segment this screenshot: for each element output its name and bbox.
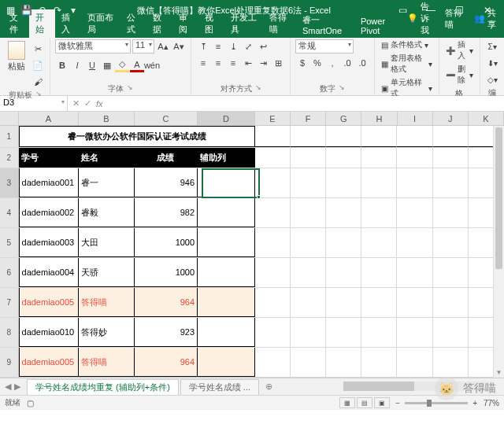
- col-header[interactable]: H: [361, 112, 397, 125]
- row-header[interactable]: 5: [0, 228, 19, 257]
- table-format[interactable]: ▦套用表格格式 ▾: [380, 53, 434, 75]
- cell-score[interactable]: 1000: [135, 258, 198, 287]
- cell-id[interactable]: dademiao003: [19, 228, 80, 257]
- col-header[interactable]: F: [291, 112, 326, 125]
- inc-decimal-icon[interactable]: .0: [340, 56, 354, 70]
- zoom-slider[interactable]: [405, 402, 468, 404]
- fill-icon[interactable]: ⬇▾: [485, 56, 499, 70]
- cell-name[interactable]: 答得喵: [79, 348, 135, 377]
- paste-button[interactable]: 粘贴: [5, 39, 28, 74]
- tab-formulas[interactable]: 公式: [120, 9, 146, 38]
- tab-smartone[interactable]: 睿一 SmartOne: [296, 12, 354, 38]
- row-header[interactable]: 4: [0, 198, 19, 227]
- tab-view[interactable]: 视图: [198, 9, 224, 38]
- copy-icon[interactable]: 📄: [31, 58, 45, 72]
- increase-font-icon[interactable]: A▴: [156, 39, 170, 53]
- scroll-down-icon[interactable]: ▼: [494, 367, 504, 378]
- table-title[interactable]: 睿一微软办公软件国际认证考试成绩: [19, 126, 255, 147]
- cell-score[interactable]: 964: [135, 288, 198, 317]
- tell-me[interactable]: 💡告诉我: [402, 0, 439, 38]
- cell-aux[interactable]: [198, 348, 255, 377]
- percent-icon[interactable]: %: [310, 56, 324, 70]
- row-header[interactable]: 2: [0, 148, 19, 168]
- cell-name[interactable]: 睿毅: [79, 198, 135, 227]
- sheet-tab-active[interactable]: 学号姓名成绩均重复 (辅助列+条件): [27, 379, 179, 395]
- vertical-scrollbar[interactable]: ▲ ▼: [493, 126, 504, 378]
- underline-icon[interactable]: U: [85, 58, 99, 72]
- row-header[interactable]: 7: [0, 288, 19, 317]
- col-header[interactable]: E: [255, 112, 291, 125]
- col-header[interactable]: J: [433, 112, 469, 125]
- cell-score[interactable]: 964: [135, 348, 198, 377]
- enter-fx-icon[interactable]: ✓: [84, 98, 91, 109]
- indent-inc-icon[interactable]: ⇥: [256, 56, 270, 70]
- zoom-out-icon[interactable]: −: [395, 399, 400, 407]
- launcher-icon[interactable]: ↘: [339, 83, 345, 94]
- col-header[interactable]: G: [326, 112, 361, 125]
- bold-icon[interactable]: B: [55, 58, 69, 72]
- cell-aux[interactable]: [198, 168, 255, 197]
- autosum-icon[interactable]: Σ▾: [485, 39, 499, 53]
- currency-icon[interactable]: $: [295, 56, 309, 70]
- macro-rec-icon[interactable]: ▢: [27, 399, 34, 407]
- row-header[interactable]: 9: [0, 348, 19, 377]
- cell-score[interactable]: 1000: [135, 228, 198, 257]
- border-icon[interactable]: ▦: [100, 58, 114, 72]
- dec-decimal-icon[interactable]: .0: [355, 56, 369, 70]
- align-bottom-icon[interactable]: ⤓: [226, 39, 240, 53]
- cell-aux[interactable]: [198, 258, 255, 287]
- format-painter-icon[interactable]: 🖌: [31, 75, 45, 89]
- cell-name[interactable]: 睿一: [79, 168, 135, 197]
- font-name-select[interactable]: 微软雅黑: [55, 39, 131, 53]
- fill-color-icon[interactable]: ◇: [115, 58, 129, 72]
- col-header[interactable]: B: [79, 112, 135, 125]
- cell-aux[interactable]: [198, 318, 255, 347]
- sheet-prev-icon[interactable]: ◀: [5, 382, 11, 392]
- sheet-next-icon[interactable]: ▶: [14, 382, 20, 392]
- cell-id[interactable]: dademiao004: [19, 258, 80, 287]
- cell-name[interactable]: 大田: [79, 228, 135, 257]
- name-box[interactable]: D3: [0, 96, 68, 111]
- tab-custom1[interactable]: 答得喵: [263, 9, 295, 38]
- row-header[interactable]: 6: [0, 258, 19, 287]
- zoom-thumb[interactable]: [427, 400, 432, 407]
- cell-id[interactable]: dademiao002: [19, 198, 80, 227]
- cell-id[interactable]: dademiao010: [19, 318, 80, 347]
- align-right-icon[interactable]: ≡: [226, 56, 240, 70]
- font-size-select[interactable]: 11: [132, 39, 154, 53]
- cell-aux[interactable]: [198, 198, 255, 227]
- redo-icon[interactable]: ↷: [52, 5, 63, 16]
- insert-cells[interactable]: ➕插入 ▾: [444, 39, 475, 61]
- new-sheet-icon[interactable]: ⊕: [259, 382, 279, 392]
- col-header[interactable]: I: [398, 112, 433, 125]
- comma-icon[interactable]: ,: [325, 56, 339, 70]
- scroll-thumb[interactable]: [343, 382, 414, 391]
- col-header[interactable]: K: [469, 112, 504, 125]
- user-name[interactable]: 答得喵: [440, 0, 468, 38]
- orientation-icon[interactable]: ⤢: [241, 39, 255, 53]
- scroll-thumb[interactable]: [495, 127, 502, 269]
- row-header[interactable]: 1: [0, 126, 19, 147]
- tab-layout[interactable]: 页面布局: [81, 9, 120, 38]
- cut-icon[interactable]: ✂: [31, 42, 45, 56]
- italic-icon[interactable]: I: [70, 58, 84, 72]
- cell-id[interactable]: dademiao005: [19, 288, 80, 317]
- row-header[interactable]: 3: [0, 168, 19, 197]
- header-score[interactable]: 成绩: [135, 148, 198, 168]
- cell-aux[interactable]: [198, 228, 255, 257]
- phonetic-icon[interactable]: wén: [145, 58, 159, 72]
- cell-name[interactable]: 答得妙: [79, 318, 135, 347]
- cell-name[interactable]: 天骄: [79, 258, 135, 287]
- share-button[interactable]: 👥共享: [469, 0, 501, 38]
- wrap-icon[interactable]: ↩: [256, 39, 270, 53]
- cell-aux[interactable]: [198, 288, 255, 317]
- formula-input[interactable]: [108, 96, 504, 111]
- cell-score[interactable]: 923: [135, 318, 198, 347]
- qat-more-icon[interactable]: ▾: [68, 5, 79, 16]
- launcher-icon[interactable]: ↘: [127, 83, 133, 94]
- cell-id[interactable]: dademiao001: [19, 168, 80, 197]
- tab-powerpivot[interactable]: Power Pivot: [354, 14, 402, 38]
- col-header[interactable]: C: [135, 112, 198, 125]
- cell-id[interactable]: dademiao005: [19, 348, 80, 377]
- align-left-icon[interactable]: ≡: [196, 56, 210, 70]
